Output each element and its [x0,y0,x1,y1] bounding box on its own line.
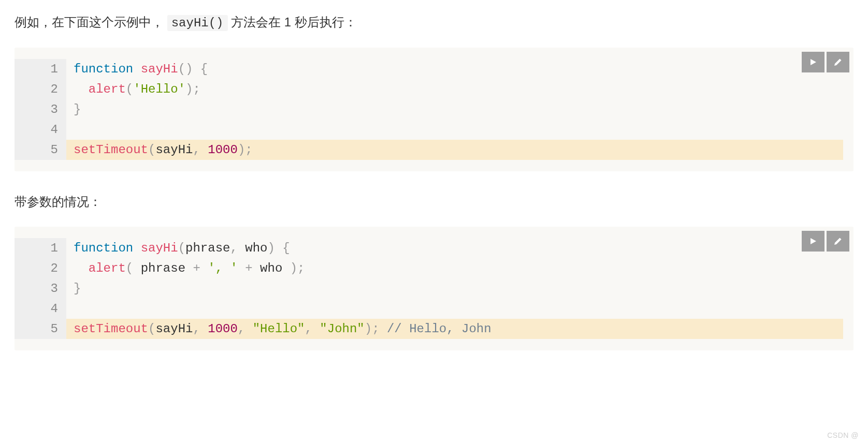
code-line: setTimeout(sayHi, 1000); [74,140,843,160]
line-number: 2 [30,258,58,278]
edit-button[interactable] [827,231,849,252]
code-line: setTimeout(sayHi, 1000, "Hello", "John")… [74,319,843,339]
line-number: 4 [30,120,58,140]
line-number: 4 [30,299,58,319]
line-number: 5 [30,319,58,339]
code-line [74,120,843,140]
params-paragraph: 带参数的情况： [15,192,853,212]
code-line [74,299,843,319]
code-line: alert( phrase + ', ' + who ); [74,258,843,278]
intro-text-post: 方法会在 1 秒后执行： [231,15,357,29]
pencil-icon [834,237,842,245]
pencil-icon [834,58,842,66]
inline-code-sayhi: sayHi() [167,15,228,31]
run-button[interactable] [802,52,824,72]
play-icon [809,237,817,245]
code-line: } [74,278,843,299]
code-line: function sayHi() { [74,59,843,79]
code-toolbar [802,52,849,72]
line-number: 1 [30,238,58,258]
line-number: 1 [30,59,58,79]
code-lines: function sayHi(phrase, who) { alert( phr… [66,238,853,339]
run-button[interactable] [802,231,824,252]
intro-text-pre: 例如，在下面这个示例中， [15,15,164,29]
line-gutter: 12345 [15,238,66,339]
code-line: alert('Hello'); [74,79,843,99]
code-line: } [74,99,843,120]
line-number: 5 [30,140,58,160]
edit-button[interactable] [827,52,849,72]
code-body: 12345 function sayHi(phrase, who) { aler… [15,227,853,350]
code-block-2: 12345 function sayHi(phrase, who) { aler… [15,227,853,350]
code-body: 12345 function sayHi() { alert('Hello');… [15,48,853,171]
code-line: function sayHi(phrase, who) { [74,238,843,258]
line-number: 3 [30,99,58,120]
code-toolbar [802,231,849,252]
intro-paragraph: 例如，在下面这个示例中， sayHi() 方法会在 1 秒后执行： [15,12,853,33]
line-gutter: 12345 [15,59,66,160]
play-icon [809,58,817,66]
code-lines: function sayHi() { alert('Hello');}setTi… [66,59,853,160]
line-number: 2 [30,79,58,99]
code-block-1: 12345 function sayHi() { alert('Hello');… [15,48,853,171]
line-number: 3 [30,278,58,299]
